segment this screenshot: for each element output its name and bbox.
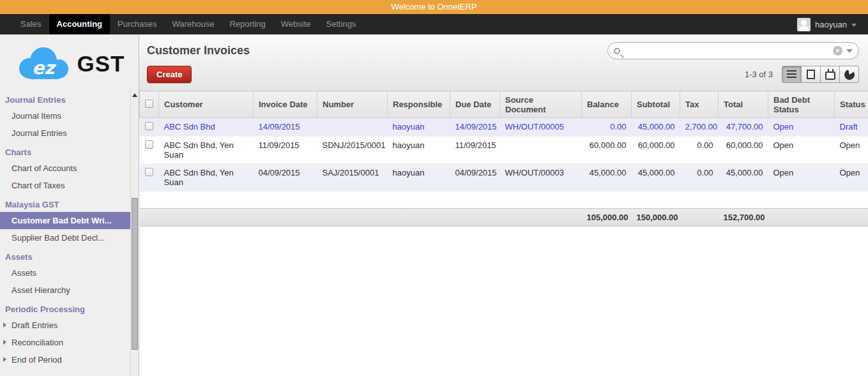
sidebar-item-customer-bad-debt[interactable]: Customer Bad Debt Wri... bbox=[0, 212, 139, 229]
cell-bad-debt-status[interactable]: Open bbox=[768, 164, 835, 192]
col-invoice-date[interactable]: Invoice Date bbox=[254, 91, 317, 118]
cell-number[interactable]: SDNJ/2015/0001 bbox=[317, 137, 388, 164]
invoice-row[interactable]: ABC Sdn Bhd, Yen Suan 11/09/2015 SDNJ/20… bbox=[140, 137, 868, 164]
cell-customer[interactable]: ABC Sdn Bhd, Yen Suan bbox=[159, 137, 254, 164]
search-clear-icon[interactable]: × bbox=[833, 46, 842, 56]
search-icon bbox=[614, 48, 620, 54]
menu-item-purchases[interactable]: Purchases bbox=[110, 14, 164, 34]
cell-invoice-date[interactable]: 11/09/2015 bbox=[254, 137, 317, 164]
graph-view-icon bbox=[843, 68, 856, 81]
page-title: Customer Invoices bbox=[147, 44, 250, 57]
invoice-list: Customer Invoice Date Number Responsible… bbox=[139, 91, 868, 227]
select-all-checkbox[interactable] bbox=[145, 100, 153, 108]
user-menu[interactable]: haoyuan bbox=[797, 14, 857, 34]
menu-item-settings[interactable]: Settings bbox=[319, 14, 364, 34]
col-number[interactable]: Number bbox=[317, 91, 388, 118]
sidebar-item-assets[interactable]: Assets bbox=[0, 264, 139, 282]
col-bad-debt-status[interactable]: Bad Debt Status bbox=[768, 91, 835, 118]
calendar-view-button[interactable] bbox=[820, 66, 840, 83]
col-subtotal[interactable]: Subtotal bbox=[632, 91, 680, 118]
select-all-cell bbox=[140, 91, 159, 118]
col-status[interactable]: Status bbox=[835, 91, 868, 118]
graph-view-button[interactable] bbox=[839, 66, 859, 83]
cell-tax[interactable]: 0.00 bbox=[680, 164, 719, 192]
scroll-up-icon[interactable] bbox=[132, 93, 137, 97]
cell-balance[interactable]: 0.00 bbox=[582, 118, 632, 137]
cell-status[interactable]: Draft bbox=[835, 118, 868, 137]
cell-invoice-date[interactable]: 04/09/2015 bbox=[254, 164, 317, 192]
cell-subtotal[interactable]: 60,000.00 bbox=[632, 137, 680, 164]
form-view-button[interactable] bbox=[801, 66, 821, 83]
cell-subtotal[interactable]: 45,000.00 bbox=[632, 164, 680, 192]
row-checkbox[interactable] bbox=[145, 168, 153, 176]
cell-customer[interactable]: ABC Sdn Bhd, Yen Suan bbox=[159, 164, 254, 192]
calendar-view-icon bbox=[825, 71, 835, 80]
cell-due-date[interactable]: 14/09/2015 bbox=[450, 118, 500, 137]
sidebar-item-supplier-bad-debt[interactable]: Supplier Bad Debt Decl... bbox=[0, 229, 139, 246]
sidebar-section-periodic-processing: Periodic Processing bbox=[0, 299, 139, 317]
row-checkbox-cell bbox=[140, 164, 159, 192]
sidebar-item-end-of-period[interactable]: End of Period bbox=[0, 351, 139, 368]
cell-bad-debt-status[interactable]: Open bbox=[768, 118, 835, 137]
cell-subtotal[interactable]: 45,000.00 bbox=[632, 118, 680, 137]
username: haoyuan bbox=[815, 20, 847, 29]
sidebar-item-reconciliation[interactable]: Reconciliation bbox=[0, 334, 139, 351]
cell-bad-debt-status[interactable]: Open bbox=[768, 137, 835, 164]
col-total[interactable]: Total bbox=[719, 91, 768, 118]
sidebar-section-charts: Charts bbox=[0, 142, 139, 160]
search-input[interactable] bbox=[624, 46, 829, 56]
col-source-document[interactable]: Source Document bbox=[500, 91, 582, 118]
menu-item-warehouse[interactable]: Warehouse bbox=[164, 14, 222, 34]
row-checkbox[interactable] bbox=[145, 122, 153, 130]
cell-status[interactable]: Open bbox=[835, 164, 868, 192]
cell-source-document[interactable] bbox=[500, 137, 582, 164]
cell-due-date[interactable]: 04/09/2015 bbox=[450, 164, 500, 192]
total-balance: 105,000.00 bbox=[582, 209, 632, 227]
create-button[interactable]: Create bbox=[147, 66, 192, 83]
menu-item-website[interactable]: Website bbox=[273, 14, 319, 34]
cell-customer[interactable]: ABC Sdn Bhd bbox=[159, 118, 254, 137]
sidebar-item-asset-hierarchy[interactable]: Asset Hierarchy bbox=[0, 282, 139, 299]
cell-total[interactable]: 45,000.00 bbox=[719, 164, 768, 192]
sidebar: ez GST Journal Entries Journal Items Jou… bbox=[0, 34, 139, 376]
list-view-button[interactable] bbox=[782, 66, 802, 83]
cell-balance[interactable]: 60,000.00 bbox=[582, 137, 632, 164]
cell-responsible[interactable]: haoyuan bbox=[388, 137, 450, 164]
cell-total[interactable]: 60,000.00 bbox=[719, 137, 768, 164]
scrollbar-thumb[interactable] bbox=[132, 198, 138, 350]
cell-source-document[interactable]: WH/OUT/00003 bbox=[500, 164, 582, 192]
cell-tax[interactable]: 2,700.00 bbox=[680, 118, 719, 137]
col-responsible[interactable]: Responsible bbox=[388, 91, 450, 118]
sidebar-scrollbar[interactable] bbox=[130, 89, 139, 376]
cell-source-document[interactable]: WH/OUT/00005 bbox=[500, 118, 582, 137]
cell-total[interactable]: 47,700.00 bbox=[719, 118, 768, 137]
col-tax[interactable]: Tax bbox=[680, 91, 719, 118]
cell-due-date[interactable]: 11/09/2015 bbox=[450, 137, 500, 164]
col-balance[interactable]: Balance bbox=[582, 91, 632, 118]
cell-number[interactable]: SAJ/2015/0001 bbox=[317, 164, 388, 192]
menu-item-accounting[interactable]: Accounting bbox=[49, 14, 110, 34]
row-checkbox[interactable] bbox=[145, 140, 153, 149]
col-customer[interactable]: Customer bbox=[159, 91, 254, 118]
cell-number[interactable] bbox=[317, 118, 388, 137]
cell-tax[interactable]: 0.00 bbox=[680, 137, 719, 164]
cell-invoice-date[interactable]: 14/09/2015 bbox=[254, 118, 317, 137]
sidebar-item-draft-entries[interactable]: Draft Entries bbox=[0, 317, 139, 334]
sidebar-item-journal-entries[interactable]: Journal Entries bbox=[0, 124, 139, 142]
col-due-date[interactable]: Due Date bbox=[450, 91, 500, 118]
cell-responsible[interactable]: haoyuan bbox=[388, 118, 450, 137]
sidebar-item-chart-of-accounts[interactable]: Chart of Accounts bbox=[0, 160, 139, 177]
cell-status[interactable]: Open bbox=[835, 137, 868, 164]
menu-item-sales[interactable]: Sales bbox=[13, 14, 49, 34]
cell-balance[interactable]: 45,000.00 bbox=[582, 164, 632, 192]
logo-ez-text: ez bbox=[32, 57, 56, 79]
total-subtotal: 150,000.00 bbox=[632, 209, 680, 227]
invoice-row[interactable]: ABC Sdn Bhd 14/09/2015 haoyuan 14/09/201… bbox=[140, 118, 868, 137]
invoice-row[interactable]: ABC Sdn Bhd, Yen Suan 04/09/2015 SAJ/201… bbox=[140, 164, 868, 192]
logo-gst-text: GST bbox=[77, 51, 125, 77]
cell-responsible[interactable]: haoyuan bbox=[388, 164, 450, 192]
menu-item-reporting[interactable]: Reporting bbox=[222, 14, 273, 34]
sidebar-item-journal-items[interactable]: Journal Items bbox=[0, 107, 139, 124]
search-dropdown-icon[interactable] bbox=[846, 49, 853, 53]
sidebar-item-chart-of-taxes[interactable]: Chart of Taxes bbox=[0, 177, 139, 194]
